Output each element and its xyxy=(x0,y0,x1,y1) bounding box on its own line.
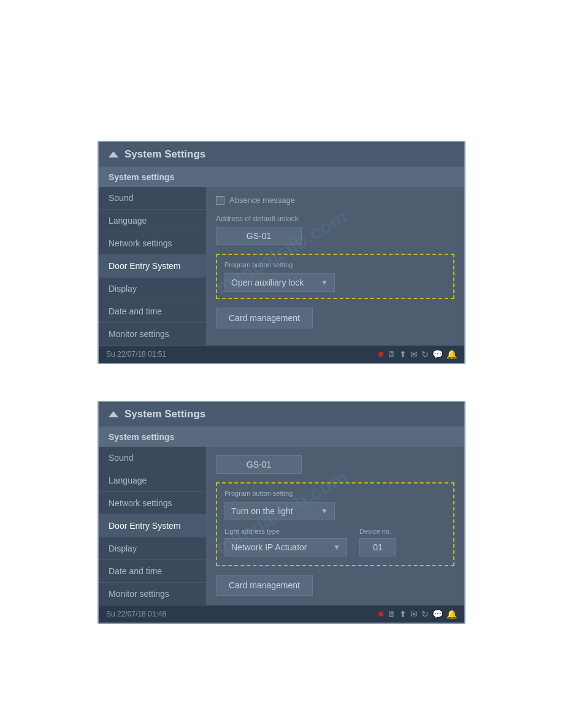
light-addr-value: Network IP Actuator xyxy=(231,542,307,552)
bell-icon-2[interactable]: 🔔 xyxy=(446,609,457,619)
absence-message-row: Absence message xyxy=(216,195,454,205)
bell-icon-1[interactable]: 🔔 xyxy=(446,349,457,359)
status-datetime-2: Su 22/07/18 01:48 xyxy=(106,610,166,618)
device-no-input[interactable]: 01 xyxy=(359,538,396,556)
monitor-icon-1: 🖥 xyxy=(387,349,396,359)
recording-dot-2 xyxy=(378,612,383,616)
upload-icon-2: ⬆ xyxy=(399,609,407,619)
sidebar-item-doorentry-2[interactable]: Door Entry System xyxy=(99,515,206,537)
status-icons-1: 🖥 ⬆ ✉ ↻ 💬 🔔 xyxy=(378,349,457,359)
panel-2-header: System Settings xyxy=(99,402,464,427)
envelope-icon-1[interactable]: ✉ xyxy=(410,349,418,359)
sidebar-item-datetime-1[interactable]: Date and time xyxy=(99,300,206,323)
absence-message-label: Absence message xyxy=(229,195,295,205)
sidebar-item-network-2[interactable]: Network settings xyxy=(99,492,206,515)
address-input-1[interactable]: GS-01 xyxy=(216,227,302,245)
statusbar-1: Su 22/07/18 01:51 🖥 ⬆ ✉ ↻ 💬 🔔 xyxy=(99,346,464,363)
panel-2-body: Sound Language Network settings Door Ent… xyxy=(99,447,464,605)
panel-1-title: System Settings xyxy=(124,148,205,161)
dropdown-arrow-icon-1: ▼ xyxy=(321,278,328,287)
program-button-dropdown-1[interactable]: Open auxiliary lock ▼ xyxy=(224,273,335,292)
section-header-1: System settings xyxy=(99,167,464,187)
sidebar-1: Sound Language Network settings Door Ent… xyxy=(99,187,206,346)
sidebar-item-sound-1[interactable]: Sound xyxy=(99,187,206,210)
light-addr-label: Light address type xyxy=(224,528,347,535)
panel-2-title: System Settings xyxy=(124,408,205,420)
program-button-box-1: Program button setting Open auxiliary lo… xyxy=(216,254,454,299)
device-no-label: Device no. xyxy=(359,528,396,535)
light-addr-field: Light address type Network IP Actuator ▼ xyxy=(224,528,347,556)
status-datetime-1: Su 22/07/18 01:51 xyxy=(106,350,166,358)
panel-1-body: Sound Language Network settings Door Ent… xyxy=(99,187,464,346)
status-icons-2: 🖥 ⬆ ✉ ↻ 💬 🔔 xyxy=(378,609,457,619)
sidebar-2: Sound Language Network settings Door Ent… xyxy=(99,447,206,605)
light-addr-dropdown[interactable]: Network IP Actuator ▼ xyxy=(224,538,347,556)
sidebar-item-monitor-1[interactable]: Monitor settings xyxy=(99,323,206,346)
program-button-box-2: Program button setting Turn on the light… xyxy=(216,482,454,566)
content-area-2: GS-01 Program button setting Turn on the… xyxy=(206,447,464,605)
card-management-btn-2[interactable]: Card management xyxy=(216,575,313,596)
address-label-1: Address of default unlock xyxy=(216,214,454,223)
absence-message-checkbox[interactable] xyxy=(216,196,224,205)
chat-icon-2[interactable]: 💬 xyxy=(432,609,443,619)
program-button-dropdown-2[interactable]: Turn on the light ▼ xyxy=(224,502,335,520)
sidebar-item-language-1[interactable]: Language xyxy=(99,210,206,232)
light-addr-arrow-icon: ▼ xyxy=(333,543,340,552)
sidebar-item-datetime-2[interactable]: Date and time xyxy=(99,560,206,583)
address-input-2[interactable]: GS-01 xyxy=(216,455,302,474)
card-management-btn-1[interactable]: Card management xyxy=(216,308,313,328)
program-button-label-2: Program button setting xyxy=(224,490,446,497)
sidebar-item-language-2[interactable]: Language xyxy=(99,469,206,492)
sidebar-item-sound-2[interactable]: Sound xyxy=(99,447,206,469)
content-area-1: Absence message Address of default unloc… xyxy=(206,187,464,346)
upload-icon-1: ⬆ xyxy=(399,349,407,359)
refresh-icon-2[interactable]: ↻ xyxy=(421,609,429,619)
light-fields-row: Light address type Network IP Actuator ▼… xyxy=(224,528,446,556)
sidebar-item-doorentry-1[interactable]: Door Entry System xyxy=(99,255,206,278)
envelope-icon-2[interactable]: ✉ xyxy=(410,609,418,619)
refresh-icon-1[interactable]: ↻ xyxy=(421,349,429,359)
device-no-field: Device no. 01 xyxy=(359,528,396,556)
panel-1: manualslib.com System Settings System se… xyxy=(98,141,465,364)
sidebar-item-display-2[interactable]: Display xyxy=(99,537,206,560)
chat-icon-1[interactable]: 💬 xyxy=(432,349,443,359)
statusbar-2: Su 22/07/18 01:48 🖥 ⬆ ✉ ↻ 💬 🔔 xyxy=(99,605,464,623)
program-button-dropdown-value-2: Turn on the light xyxy=(231,506,293,516)
panel-1-header: System Settings xyxy=(99,142,464,167)
sidebar-item-display-1[interactable]: Display xyxy=(99,278,206,300)
program-button-dropdown-value-1: Open auxiliary lock xyxy=(231,278,304,287)
dropdown-arrow-icon-2: ▼ xyxy=(321,507,328,515)
section-header-2: System settings xyxy=(99,427,464,447)
page: manualslib.com System Settings System se… xyxy=(0,0,563,728)
recording-dot-1 xyxy=(378,352,383,357)
back-arrow-icon-1[interactable] xyxy=(109,151,118,157)
back-arrow-icon-2[interactable] xyxy=(109,411,118,417)
sidebar-item-network-1[interactable]: Network settings xyxy=(99,232,206,255)
monitor-icon-2: 🖥 xyxy=(387,609,396,619)
panel-2: manualslib.com System Settings System se… xyxy=(98,401,465,624)
sidebar-item-monitor-2[interactable]: Monitor settings xyxy=(99,583,206,605)
program-button-label-1: Program button setting xyxy=(224,261,446,268)
